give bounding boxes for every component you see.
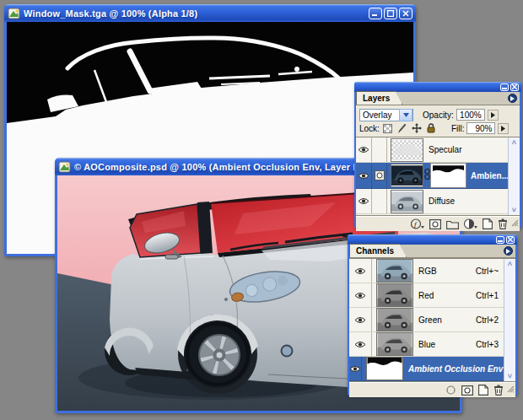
channels-panel: Channels RGB Ctrl+~: [348, 234, 517, 396]
layer-thumbnail[interactable]: [391, 138, 423, 162]
new-group-button[interactable]: [446, 219, 459, 229]
add-layer-mask-button[interactable]: [429, 219, 441, 229]
channel-row-rgb[interactable]: RGB Ctrl+~: [349, 259, 515, 283]
channel-row-blue[interactable]: Blue Ctrl+3: [349, 332, 515, 357]
document-icon: [8, 8, 20, 19]
channel-shortcut: Ctrl+3: [476, 340, 499, 349]
lock-label: Lock:: [359, 124, 380, 133]
layer-row-diffuse[interactable]: Diffuse: [356, 189, 520, 214]
channel-thumbnail[interactable]: [366, 357, 403, 380]
svg-text:f: f: [414, 220, 418, 229]
panel-menu-button[interactable]: [508, 94, 517, 103]
channel-thumbnail[interactable]: [376, 259, 413, 283]
fill-spinner-button[interactable]: [498, 123, 509, 134]
visibility-toggle[interactable]: [349, 308, 372, 331]
layer-style-button[interactable]: f: [411, 218, 424, 229]
layers-scrollbar[interactable]: ˄ ˅: [508, 137, 520, 215]
save-selection-as-channel-button[interactable]: [461, 385, 473, 396]
link-cell[interactable]: [372, 137, 387, 162]
channels-panel-footer: [349, 382, 515, 397]
panel-menu-button[interactable]: [504, 246, 513, 256]
layer-mask-thumbnail[interactable]: [431, 164, 466, 187]
layer-row-ambient[interactable]: Ambien...: [356, 163, 520, 189]
load-selection-button[interactable]: [445, 385, 456, 396]
channel-row-green[interactable]: Green Ctrl+2: [349, 308, 515, 332]
close-button[interactable]: [399, 8, 412, 19]
layers-panel: Layers Overlay Opacity: 100%: [354, 82, 521, 228]
panel-minimize-button[interactable]: [496, 236, 504, 244]
layers-list: Specular Ambien...: [356, 137, 520, 216]
channels-scrollbar[interactable]: ˄ ˅: [504, 259, 515, 381]
scroll-up-button[interactable]: ˄: [508, 261, 512, 267]
scroll-down-button[interactable]: ˅: [512, 207, 516, 213]
tab-channels[interactable]: Channels: [349, 244, 407, 257]
new-channel-button[interactable]: [478, 385, 488, 396]
visibility-toggle[interactable]: [356, 137, 372, 162]
chevron-down-icon[interactable]: [399, 109, 412, 121]
window-mask-title: Window_Mask.tga @ 100% (Alpha 1/8): [24, 8, 365, 19]
layer-thumbnail[interactable]: [391, 190, 423, 213]
panel-close-button[interactable]: [506, 236, 515, 244]
channel-name: RGB: [418, 267, 437, 276]
channel-name: Green: [418, 315, 442, 325]
new-layer-button[interactable]: [483, 218, 493, 229]
opacity-value[interactable]: 100%: [456, 109, 485, 121]
channel-row-red[interactable]: Red Ctrl+1: [349, 283, 515, 308]
tab-layers[interactable]: Layers: [356, 91, 402, 105]
channel-name: Red: [418, 291, 434, 300]
link-cell[interactable]: [372, 189, 387, 213]
document-icon: [58, 161, 71, 173]
channel-row-ambient-occlusion[interactable]: Ambient Occlusion Env ... Ctrl+\: [349, 357, 515, 381]
visibility-toggle[interactable]: [349, 357, 362, 380]
lock-all-button[interactable]: [425, 123, 437, 134]
layers-panel-footer: f: [356, 216, 520, 231]
visibility-toggle[interactable]: [356, 189, 372, 213]
opacity-label: Opacity:: [423, 110, 454, 120]
minimize-button[interactable]: [369, 8, 382, 19]
layer-name: Specular: [429, 145, 461, 154]
lock-move-button[interactable]: [411, 123, 423, 134]
channels-list: RGB Ctrl+~ Red Ctrl+1: [349, 258, 515, 382]
channels-tab-strip: Channels: [349, 245, 515, 258]
scroll-down-button[interactable]: ˅: [508, 373, 512, 380]
scroll-up-button[interactable]: ˄: [512, 139, 516, 146]
opacity-spinner-button[interactable]: [488, 110, 499, 121]
visibility-toggle[interactable]: [349, 283, 372, 307]
visibility-toggle[interactable]: [349, 332, 372, 356]
mask-edit-indicator[interactable]: [372, 163, 387, 188]
channel-thumbnail[interactable]: [376, 283, 413, 307]
visibility-toggle[interactable]: [349, 259, 372, 283]
layer-name: Ambien...: [471, 171, 509, 180]
layer-row-specular[interactable]: Specular: [356, 137, 520, 163]
channel-name: Ambient Occlusion Env ...: [408, 364, 512, 374]
resize-grip[interactable]: [507, 381, 515, 396]
blend-mode-value: Overlay: [360, 110, 399, 120]
delete-channel-button[interactable]: [493, 385, 504, 396]
chain-link-icon: [424, 168, 430, 183]
panel-close-button[interactable]: [510, 83, 519, 91]
channel-shortcut: Ctrl+~: [476, 267, 499, 276]
channel-name: Blue: [418, 340, 435, 349]
desktop: Window_Mask.tga @ 100% (Alpha 1/8): [0, 0, 523, 420]
visibility-toggle[interactable]: [356, 163, 372, 188]
lock-transparency-button[interactable]: [382, 123, 394, 134]
delete-layer-button[interactable]: [498, 218, 508, 229]
channel-thumbnail[interactable]: [376, 308, 413, 331]
channel-shortcut: Ctrl+1: [476, 291, 499, 300]
fill-label: Fill:: [451, 124, 465, 133]
resize-grip[interactable]: [511, 215, 519, 230]
panel-minimize-button[interactable]: [500, 83, 509, 91]
layers-tab-strip: Layers: [356, 92, 520, 105]
layer-name: Diffuse: [429, 197, 455, 206]
channel-shortcut: Ctrl+2: [476, 315, 499, 325]
channels-panel-titlebar[interactable]: [348, 234, 517, 245]
channel-thumbnail[interactable]: [376, 332, 413, 356]
adjustment-layer-button[interactable]: [464, 218, 477, 229]
fill-value[interactable]: 90%: [466, 122, 495, 134]
layers-panel-titlebar[interactable]: [354, 82, 521, 92]
maximize-button[interactable]: [384, 8, 397, 19]
blend-mode-select[interactable]: Overlay: [359, 109, 413, 121]
window-mask-titlebar[interactable]: Window_Mask.tga @ 100% (Alpha 1/8): [4, 4, 416, 22]
layer-thumbnail[interactable]: [391, 164, 423, 187]
lock-paint-button[interactable]: [396, 123, 408, 134]
